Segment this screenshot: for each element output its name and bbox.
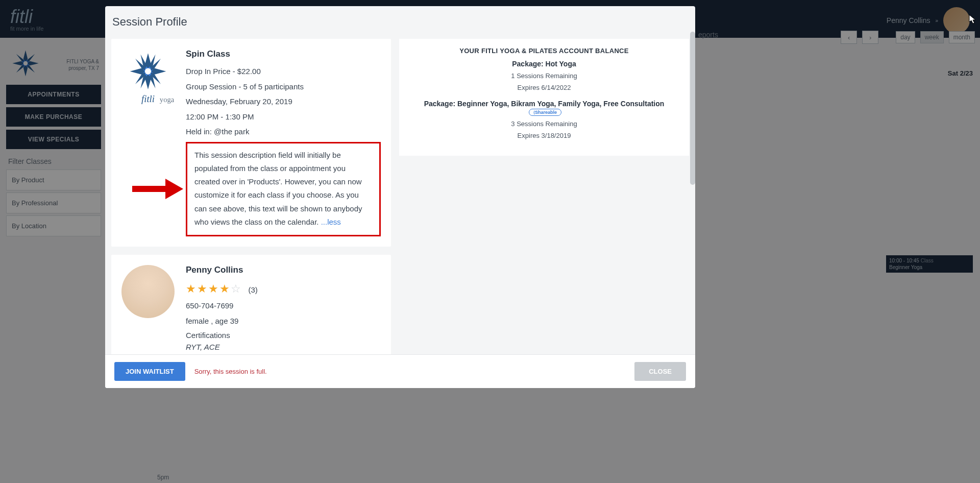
svg-text:yoga: yoga	[160, 95, 175, 104]
arrow-annotation	[132, 179, 183, 199]
less-link[interactable]: ...less	[321, 218, 341, 226]
rating-count: (3)	[248, 285, 257, 294]
session-time: 12:00 PM - 1:30 PM	[186, 112, 381, 122]
close-button[interactable]: CLOSE	[634, 362, 686, 381]
scrollbar[interactable]	[690, 32, 695, 185]
certifications-label: Certifications	[186, 331, 381, 340]
session-price: Drop In Price - $22.00	[186, 66, 381, 77]
package-1-sessions: 1 Sessions Remaining	[409, 72, 679, 80]
svg-rect-6	[132, 186, 168, 192]
session-full-message: Sorry, this session is full.	[194, 368, 267, 375]
session-description-box: This session description field will init…	[186, 142, 381, 237]
session-description: This session description field will init…	[194, 151, 362, 226]
shareable-badge: ⟨Shareable	[529, 109, 561, 116]
modal-title: Session Profile	[105, 6, 695, 39]
balance-title: YOUR FITLI YOGA & PILATES ACCOUNT BALANC…	[409, 47, 679, 55]
star-icon: ★	[219, 282, 231, 295]
modal-footer: JOIN WAITLIST Sorry, this session is ful…	[105, 354, 695, 388]
star-empty-icon: ☆	[231, 282, 242, 295]
instructor-card: Penny Collins ★★★★☆ (3) 650-704-7699 fem…	[111, 255, 391, 354]
session-location: Held in: @the park	[186, 127, 381, 137]
session-logo: fitli yoga	[121, 49, 175, 105]
certifications-value: RYT, ACE	[186, 343, 381, 351]
cursor-icon	[969, 14, 977, 25]
star-icon: ★	[186, 282, 197, 295]
join-waitlist-button[interactable]: JOIN WAITLIST	[114, 362, 185, 381]
package-2-name: Package: Beginner Yoga, Bikram Yoga, Fam…	[409, 100, 679, 116]
session-name: Spin Class	[186, 49, 381, 59]
svg-point-3	[145, 68, 151, 74]
instructor-phone: 650-704-7699	[186, 301, 381, 311]
star-icon: ★	[208, 282, 219, 295]
instructor-demo: female , age 39	[186, 316, 381, 326]
session-profile-modal: Session Profile	[105, 6, 695, 388]
package-1-expires: Expires 6/14/2022	[409, 84, 679, 91]
svg-text:fitli: fitli	[141, 93, 155, 104]
session-card: fitli yoga Spin Class Drop In Price - $2…	[111, 39, 391, 247]
package-2-expires: Expires 3/18/2019	[409, 132, 679, 139]
session-group: Group Session - 5 of 5 participants	[186, 82, 381, 92]
session-date: Wednesday, February 20, 2019	[186, 96, 381, 107]
instructor-name: Penny Collins	[186, 265, 381, 275]
instructor-avatar	[121, 265, 175, 318]
star-icon: ★	[197, 282, 208, 295]
package-1-name: Package: Hot Yoga	[409, 60, 679, 68]
account-balance-card: YOUR FITLI YOGA & PILATES ACCOUNT BALANC…	[399, 39, 689, 156]
package-2-sessions: 3 Sessions Remaining	[409, 120, 679, 128]
